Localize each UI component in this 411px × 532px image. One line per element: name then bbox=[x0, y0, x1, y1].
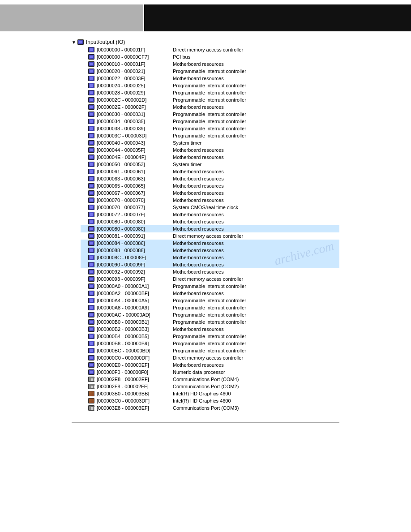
item-address: [000000B4 - 000000B5] bbox=[97, 333, 173, 339]
device-icon-chip bbox=[88, 47, 95, 53]
item-address: [0000003C - 000003D] bbox=[97, 133, 173, 139]
tree-item[interactable]: [00000050 - 0000053] System timer bbox=[81, 161, 339, 168]
item-description: PCI bus bbox=[173, 54, 190, 60]
item-description: Programmable interrupt controller bbox=[173, 90, 246, 96]
item-address: [00000063 - 0000063] bbox=[97, 176, 173, 182]
tree-item[interactable]: [000002F8 - 000002FF] Communications Por… bbox=[81, 383, 339, 390]
header-left-panel bbox=[0, 4, 143, 31]
tree-item[interactable]: [000000AC - 000000AD] Programmable inter… bbox=[81, 311, 339, 318]
tree-item[interactable]: [00000081 - 0000091] Direct memory acces… bbox=[81, 232, 339, 240]
tree-item[interactable]: [00000084 - 0000086] Motherboard resourc… bbox=[81, 240, 339, 247]
device-icon-chip bbox=[88, 333, 95, 339]
item-description: Intel(R) HD Graphics 4600 bbox=[173, 398, 231, 404]
item-address: [00000081 - 0000091] bbox=[97, 233, 173, 239]
tree-item[interactable]: [00000070 - 0000070] Motherboard resourc… bbox=[81, 197, 339, 204]
item-description: Motherboard resources bbox=[173, 147, 224, 153]
item-address: [000000B2 - 000000B3] bbox=[97, 326, 173, 332]
tree-item[interactable]: [00000061 - 0000061] Motherboard resourc… bbox=[81, 168, 339, 175]
tree-item[interactable]: [000000A8 - 000000A9] Programmable inter… bbox=[81, 304, 339, 311]
device-icon-graphics bbox=[88, 390, 95, 397]
item-description: Programmable interrupt controller bbox=[173, 297, 246, 304]
tree-item[interactable]: [00000070 - 0000077] System CMOS/real ti… bbox=[81, 204, 339, 211]
tree-item[interactable]: [000002E8 - 000002EF] Communications Por… bbox=[81, 376, 339, 383]
tree-item[interactable]: [00000080 - 0000080] Motherboard resourc… bbox=[81, 225, 339, 232]
tree-item[interactable]: [0000003C - 000003D] Programmable interr… bbox=[81, 132, 339, 139]
tree-item[interactable]: [000003C0 - 000003DF] Intel(R) HD Graphi… bbox=[81, 397, 339, 404]
tree-item[interactable]: [000003B0 - 000003BB] Intel(R) HD Graphi… bbox=[81, 390, 339, 397]
tree-item[interactable]: [00000034 - 0000035] Programmable interr… bbox=[81, 118, 339, 125]
tree-item[interactable]: [000000B4 - 000000B5] Programmable inter… bbox=[81, 333, 339, 340]
tree-item[interactable]: [0000004E - 000004F] Motherboard resourc… bbox=[81, 154, 339, 161]
tree-item[interactable]: [00000065 - 0000065] Motherboard resourc… bbox=[81, 182, 339, 189]
expand-arrow[interactable]: ▼ bbox=[72, 40, 76, 45]
tree-item[interactable]: [00000067 - 0000067] Motherboard resourc… bbox=[81, 189, 339, 197]
tree-item[interactable]: [0000008C - 000008E] Motherboard resourc… bbox=[81, 254, 339, 261]
header-right-panel bbox=[144, 4, 411, 31]
tree-item[interactable]: [000000B2 - 000000B3] Motherboard resour… bbox=[81, 326, 339, 333]
item-description: Direct memory access controller bbox=[173, 47, 243, 53]
device-icon-chip bbox=[88, 247, 95, 253]
item-address: [000003B0 - 000003BB] bbox=[97, 390, 173, 397]
item-description: Motherboard resources bbox=[173, 326, 224, 332]
item-address: [00000067 - 0000067] bbox=[97, 190, 173, 196]
tree-item[interactable]: [00000000 - 00000CF7] PCI bus bbox=[81, 53, 339, 60]
item-description: Programmable interrupt controller bbox=[173, 312, 246, 318]
tree-item[interactable]: [000000A2 - 000000BF] Motherboard resour… bbox=[81, 290, 339, 297]
item-address: [00000044 - 000005F] bbox=[97, 147, 173, 153]
tree-item[interactable]: [00000090 - 000009F] Motherboard resourc… bbox=[81, 261, 339, 268]
tree-item[interactable]: [0000002C - 000002D] Programmable interr… bbox=[81, 96, 339, 103]
tree-item[interactable]: [00000038 - 0000039] Programmable interr… bbox=[81, 125, 339, 132]
device-icon-chip bbox=[88, 68, 95, 74]
tree-item[interactable]: [00000024 - 0000025] Programmable interr… bbox=[81, 82, 339, 89]
item-description: Motherboard resources bbox=[173, 168, 224, 175]
tree-item[interactable]: [000000B0 - 000000B1] Programmable inter… bbox=[81, 318, 339, 326]
device-icon-chip bbox=[88, 161, 95, 167]
tree-item[interactable]: [00000093 - 000009F] Direct memory acces… bbox=[81, 275, 339, 283]
item-address: [000000F0 - 000000F0] bbox=[97, 369, 173, 375]
device-icon-chip bbox=[88, 276, 95, 282]
item-address: [000000A8 - 000000A9] bbox=[97, 305, 173, 311]
top-divider bbox=[72, 36, 339, 36]
device-icon-chip bbox=[88, 190, 95, 196]
device-icon-chip bbox=[88, 312, 95, 318]
tree-item[interactable]: [00000010 - 000001F] Motherboard resourc… bbox=[81, 60, 339, 68]
item-description: Motherboard resources bbox=[173, 176, 224, 182]
item-address: [000002F8 - 000002FF] bbox=[97, 383, 173, 390]
tree-item[interactable]: [00000063 - 0000063] Motherboard resourc… bbox=[81, 175, 339, 182]
item-description: Programmable interrupt controller bbox=[173, 118, 246, 124]
tree-item[interactable]: [000000C0 - 000000DF] Direct memory acce… bbox=[81, 354, 339, 361]
item-description: Programmable interrupt controller bbox=[173, 133, 246, 139]
item-description: Direct memory access controller bbox=[173, 355, 243, 361]
tree-item[interactable]: [000000BC - 000000BD] Programmable inter… bbox=[81, 347, 339, 354]
tree-item[interactable]: [00000028 - 0000029] Programmable interr… bbox=[81, 89, 339, 96]
item-address: [00000010 - 000001F] bbox=[97, 61, 173, 67]
device-icon-chip bbox=[88, 111, 95, 117]
tree-item[interactable]: [00000020 - 0000021] Programmable interr… bbox=[81, 68, 339, 75]
tree-item[interactable]: [000000A4 - 000000A5] Programmable inter… bbox=[81, 297, 339, 304]
device-icon-chip bbox=[88, 283, 95, 289]
device-icon-chip bbox=[88, 211, 95, 218]
device-icon-chip bbox=[88, 340, 95, 347]
tree-item[interactable]: [000000B8 - 000000B9] Programmable inter… bbox=[81, 340, 339, 347]
tree-item[interactable]: [00000000 - 000001F] Direct memory acces… bbox=[81, 46, 339, 53]
tree-item[interactable]: [00000040 - 0000043] System timer bbox=[81, 139, 339, 146]
tree-root[interactable]: ▼ Input/output (IO) bbox=[72, 38, 339, 46]
item-address: [00000034 - 0000035] bbox=[97, 118, 173, 124]
tree-item[interactable]: [00000092 - 0000092] Motherboard resourc… bbox=[81, 268, 339, 275]
tree-item[interactable]: [000003E8 - 000003EF] Communications Por… bbox=[81, 404, 339, 412]
item-address: [00000024 - 0000025] bbox=[97, 82, 173, 89]
tree-item[interactable]: [00000072 - 000007F] Motherboard resourc… bbox=[81, 211, 339, 218]
tree-item[interactable]: [000000E0 - 000000EF] Motherboard resour… bbox=[81, 361, 339, 369]
device-icon-chip bbox=[88, 75, 95, 82]
tree-item[interactable]: [000000A0 - 000000A1] Programmable inter… bbox=[81, 283, 339, 290]
tree-item[interactable]: [00000022 - 000003F] Motherboard resourc… bbox=[81, 75, 339, 82]
tree-item[interactable]: [0000002E - 000002F] Motherboard resourc… bbox=[81, 103, 339, 111]
item-address: [000000A2 - 000000BF] bbox=[97, 290, 173, 296]
tree-item[interactable]: [00000044 - 000005F] Motherboard resourc… bbox=[81, 146, 339, 154]
device-icon-chip bbox=[88, 226, 95, 232]
tree-item[interactable]: [000000F0 - 000000F0] Numeric data proce… bbox=[81, 369, 339, 376]
tree-item[interactable]: [00000088 - 0000088] Motherboard resourc… bbox=[81, 247, 339, 254]
item-address: [00000050 - 0000053] bbox=[97, 161, 173, 167]
tree-item[interactable]: [00000030 - 0000031] Programmable interr… bbox=[81, 111, 339, 118]
tree-item[interactable]: [00000080 - 0000080] Motherboard resourc… bbox=[81, 218, 339, 225]
